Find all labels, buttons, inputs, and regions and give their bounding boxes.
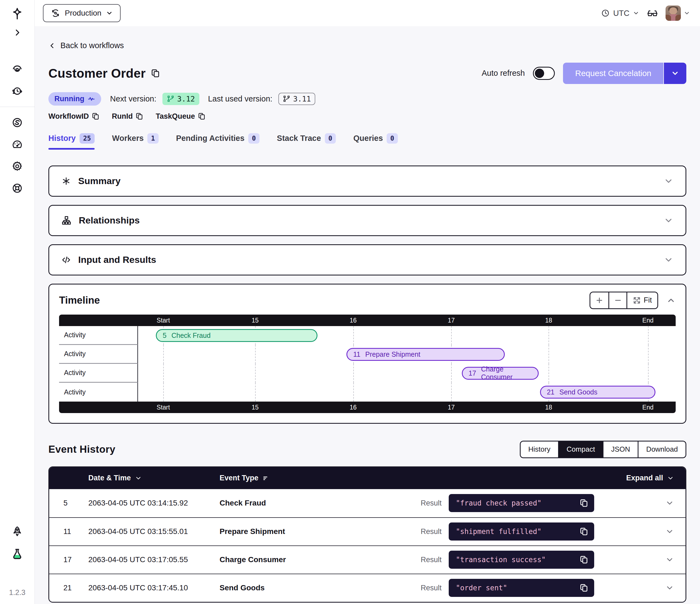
timeline-gridline	[353, 364, 354, 383]
settings-icon[interactable]	[11, 161, 23, 172]
timeline-tick-label: 17	[448, 316, 455, 324]
chevron-down-icon	[664, 255, 673, 265]
temporal-logo-icon[interactable]	[11, 7, 24, 20]
event-row-send-goods[interactable]: 212063-04-05 UTC 03:17:45.10Send GoodsRe…	[49, 574, 685, 602]
event-row-check-fraud[interactable]: 52063-04-05 UTC 03:14:15.92Check FraudRe…	[49, 489, 685, 517]
nexus-icon[interactable]	[11, 117, 23, 128]
view-mode-json[interactable]: JSON	[603, 441, 638, 457]
view-mode-history[interactable]: History	[521, 441, 558, 457]
timeline-bar-charge-consumer[interactable]: 17Charge Consumer	[462, 367, 539, 380]
chevron-down-icon	[667, 475, 674, 482]
tab-queries[interactable]: Queries0	[353, 133, 398, 150]
usage-icon[interactable]	[11, 139, 23, 150]
fit-button[interactable]: Fit	[626, 292, 657, 308]
result-value: "shipment fulfilled"	[456, 527, 579, 536]
column-date-time[interactable]: Date & Time	[88, 474, 220, 482]
chevron-down-icon[interactable]	[683, 10, 690, 17]
timeline-gridline	[163, 383, 164, 402]
tab-pending-activities[interactable]: Pending Activities0	[176, 133, 259, 150]
copy-icon[interactable]	[579, 583, 589, 593]
timeline-gridline	[451, 326, 452, 345]
copy-icon[interactable]	[579, 555, 589, 564]
tab-count-badge: 25	[80, 133, 95, 144]
expand-all-button[interactable]: Expand all	[626, 474, 685, 482]
column-event-type[interactable]: Event Type	[220, 474, 351, 482]
chevron-down-icon	[633, 10, 639, 17]
schedules-icon[interactable]	[11, 86, 23, 97]
section-summary[interactable]: Summary	[48, 166, 686, 197]
copy-icon[interactable]	[579, 499, 589, 508]
workflows-icon[interactable]	[11, 64, 23, 75]
timezone-selector[interactable]: UTC	[601, 9, 639, 18]
timeline-bar-check-fraud[interactable]: 5Check Fraud	[156, 329, 318, 342]
timeline-tick-label: Start	[157, 404, 170, 411]
timeline-zoom-controls: Fit	[590, 292, 658, 309]
request-cancelation-button[interactable]: Request Cancelation	[563, 63, 664, 84]
collapse-timeline-chevron-up-icon[interactable]	[666, 296, 676, 305]
copy-runid-button[interactable]: RunId	[112, 112, 144, 121]
back-to-workflows-link[interactable]: Back to workflows	[48, 41, 124, 50]
plus-icon	[595, 296, 603, 305]
auto-refresh-toggle[interactable]	[533, 67, 555, 80]
event-row-charge-consumer[interactable]: 172063-04-05 UTC 03:17:05.55Charge Consu…	[49, 546, 685, 574]
timeline-tick-label: Start	[157, 316, 170, 324]
expand-row-chevron-icon[interactable]	[665, 555, 685, 564]
copy-title-icon[interactable]	[151, 68, 160, 78]
zoom-out-button[interactable]	[608, 292, 626, 308]
event-row-prepare-shipment[interactable]: 112063-04-05 UTC 03:15:55.01Prepare Ship…	[49, 517, 685, 546]
request-cancelation-dropdown[interactable]	[664, 63, 686, 84]
timeline-gridline	[255, 364, 256, 383]
tab-count-badge: 0	[386, 133, 398, 144]
tab-history[interactable]: History25	[48, 133, 95, 150]
tab-workers[interactable]: Workers1	[112, 133, 158, 150]
copy-workflowid-button[interactable]: WorkflowID	[48, 112, 100, 121]
view-mode-compact[interactable]: Compact	[558, 441, 603, 457]
event-type: Check Fraud	[220, 499, 351, 507]
event-datetime: 2063-04-05 UTC 03:17:45.10	[88, 583, 220, 592]
chevron-down-icon	[664, 176, 673, 186]
labs-icon[interactable]	[11, 548, 24, 560]
timeline-tick-label: 16	[350, 404, 357, 411]
timeline-row-label: Activity	[59, 383, 138, 402]
timeline-gridline	[549, 345, 549, 364]
timeline-row-label: Activity	[59, 364, 138, 383]
timezone-label: UTC	[613, 9, 629, 18]
event-history-header: Date & Time Event Type Expand all	[49, 467, 685, 489]
expand-row-chevron-icon[interactable]	[665, 527, 685, 536]
expand-row-chevron-icon[interactable]	[665, 583, 685, 592]
filter-icon	[262, 475, 269, 482]
rocket-icon[interactable]	[11, 526, 23, 537]
auto-refresh-label: Auto refresh	[482, 69, 525, 78]
event-datetime: 2063-04-05 UTC 03:17:05.55	[88, 555, 220, 564]
copy-taskqueue-button[interactable]: TaskQueue	[156, 112, 206, 121]
timeline-row-label: Activity	[59, 326, 138, 345]
timeline-bar-send-goods[interactable]: 21Send Goods	[540, 386, 655, 398]
timeline-gridline	[353, 326, 354, 345]
expand-row-chevron-icon[interactable]	[665, 499, 685, 507]
result-value-pill: "fraud check passed"	[449, 494, 594, 512]
section-input-and-results[interactable]: Input and Results	[48, 244, 686, 275]
avatar[interactable]	[666, 5, 681, 21]
expand-sidebar-icon[interactable]	[12, 28, 22, 37]
namespace-selector[interactable]: Production	[43, 4, 121, 22]
timeline-tick-label: 15	[252, 404, 259, 411]
next-version-badge: 3.12	[162, 93, 199, 105]
timeline-bar-prepare-shipment[interactable]: 11Prepare Shipment	[346, 348, 505, 361]
clock-icon	[601, 9, 610, 18]
labs-glasses-icon[interactable]	[646, 7, 658, 19]
pulse-icon	[88, 95, 95, 102]
timeline-row: Activity5Check Fraud	[59, 326, 676, 345]
zoom-in-button[interactable]	[590, 292, 608, 308]
view-mode-download[interactable]: Download	[638, 441, 685, 457]
result-value: "fraud check passed"	[456, 499, 579, 507]
timeline-gridline	[549, 364, 549, 383]
support-icon[interactable]	[11, 183, 23, 194]
copy-icon[interactable]	[579, 527, 589, 536]
tab-stack-trace[interactable]: Stack Trace0	[277, 133, 336, 150]
timeline-chart: Start15161718End Activity5Check FraudAct…	[59, 315, 676, 413]
section-relationships[interactable]: Relationships	[48, 205, 686, 236]
relationships-icon	[61, 215, 72, 226]
page-title: Customer Order	[48, 66, 146, 81]
tab-count-badge: 1	[147, 133, 158, 144]
timeline-axis-top: Start15161718End	[59, 315, 676, 326]
